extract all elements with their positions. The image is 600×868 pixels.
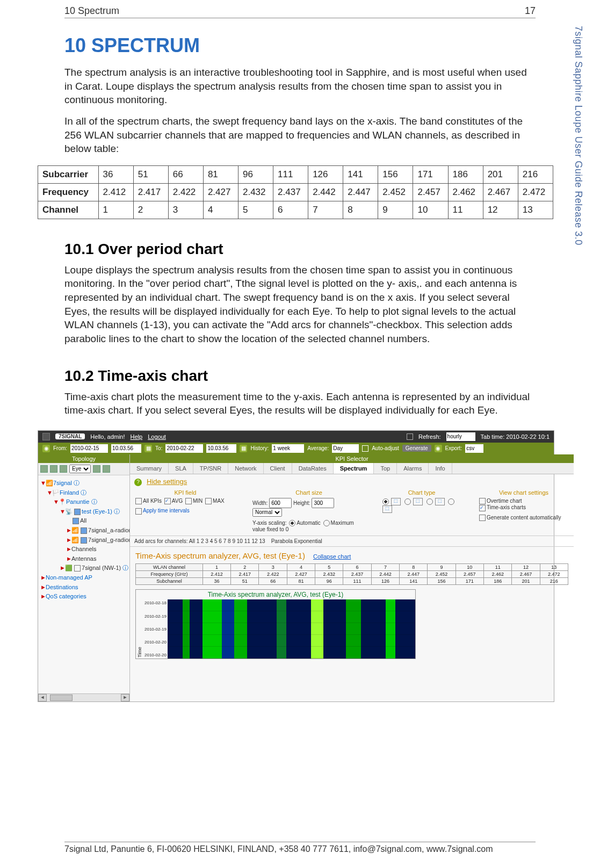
- header-page-number: 17: [525, 5, 536, 17]
- export-label: Export:: [445, 445, 462, 451]
- collapse-chart-link[interactable]: Collapse chart: [313, 553, 351, 560]
- from-date-input[interactable]: [70, 444, 108, 453]
- topology-header: Topology: [38, 454, 129, 463]
- hello-user: Hello, admin!: [90, 433, 125, 440]
- max-checkbox[interactable]: [205, 498, 212, 504]
- calendar-start-icon[interactable]: ◉: [42, 445, 50, 452]
- overtime-checkbox[interactable]: [479, 498, 486, 504]
- tab-tp-snr[interactable]: TP/SNR: [193, 463, 228, 474]
- timeaxis-checkbox[interactable]: [479, 505, 486, 511]
- hide-settings-link[interactable]: Hide settings: [147, 478, 187, 486]
- table-cell: 2.472: [518, 183, 553, 201]
- allkpis-checkbox[interactable]: [135, 498, 142, 504]
- yscale-fixed-radio[interactable]: [323, 520, 330, 526]
- topology-scrollbar[interactable]: ◄ ►: [38, 693, 129, 701]
- table-cell: 36: [98, 165, 133, 183]
- spectrum-plot: Time-Axis spectrum analyzer, AVG, test (…: [135, 589, 416, 659]
- table-cell: 4: [203, 201, 238, 219]
- mini-cell: 2.472: [540, 571, 568, 578]
- history-select[interactable]: [272, 444, 304, 453]
- logout-link[interactable]: Logout: [148, 433, 166, 440]
- help-link[interactable]: Help: [131, 433, 143, 440]
- avg-checkbox[interactable]: [164, 498, 171, 504]
- tab-top[interactable]: Top: [374, 463, 397, 474]
- help-icon[interactable]: ?: [134, 479, 142, 486]
- yscale-label: Y-axis scaling:: [252, 520, 287, 526]
- min-checkbox[interactable]: [185, 498, 192, 504]
- charttype-2-radio[interactable]: [404, 498, 411, 505]
- doc-sidebar-title: 7signal Sapphire Loupe User Guide Releas…: [573, 26, 584, 245]
- mini-cell: 2: [231, 564, 259, 571]
- from-time-input[interactable]: [111, 444, 141, 453]
- tab-sla[interactable]: SLA: [169, 463, 193, 474]
- tab-info[interactable]: Info: [429, 463, 452, 474]
- genauto-checkbox[interactable]: [479, 515, 486, 521]
- mini-cell: 186: [483, 578, 511, 585]
- refresh-select[interactable]: [446, 432, 475, 441]
- topology-toolbar: Eye: [38, 463, 129, 475]
- table-cell: 10: [413, 201, 448, 219]
- mini-cell: 12: [512, 564, 540, 571]
- to-date-input[interactable]: [165, 444, 203, 453]
- average-select[interactable]: [332, 444, 359, 453]
- mini-cell: 216: [540, 578, 568, 585]
- charttype-3-radio[interactable]: [426, 498, 433, 505]
- scroll-right-icon[interactable]: ►: [121, 694, 129, 701]
- yscale-auto-radio[interactable]: [289, 520, 295, 526]
- mini-cell: 2.457: [456, 571, 483, 578]
- mini-cell: 10: [456, 564, 483, 571]
- tree-refresh-icon[interactable]: [60, 465, 67, 473]
- refresh-checkbox[interactable]: [407, 433, 413, 440]
- mini-cell: 3: [259, 564, 287, 571]
- mini-cell: 2.412: [203, 571, 230, 578]
- table-cell: 7: [308, 201, 343, 219]
- page-footer: 7signal Ltd, Panuntie 6, FI-00620 HELSIN…: [64, 842, 536, 854]
- charttype-1-radio[interactable]: [382, 498, 389, 505]
- height-input[interactable]: [312, 498, 334, 508]
- table-cell: 5: [238, 201, 273, 219]
- chart-icon-2: ⬚: [413, 498, 423, 505]
- table-rowhead: Channel: [38, 201, 99, 219]
- mini-cell: 2.447: [400, 571, 428, 578]
- mini-cell: 2.432: [315, 571, 343, 578]
- section-10-2-heading: 10.2 Time-axis chart: [64, 367, 536, 385]
- scale-select[interactable]: Normal: [252, 508, 282, 517]
- calendar-icon[interactable]: ▦: [144, 445, 152, 452]
- tree-collapse-icon[interactable]: [50, 465, 57, 473]
- generate-button[interactable]: Generate: [402, 445, 431, 452]
- table-cell: 2.432: [238, 183, 273, 201]
- table-cell: 2.452: [378, 183, 413, 201]
- tree-expand-icon[interactable]: [40, 465, 48, 473]
- tab-spectrum[interactable]: Spectrum: [334, 463, 374, 474]
- autoadjust-checkbox[interactable]: [362, 445, 368, 452]
- scroll-left-icon[interactable]: ◄: [38, 694, 47, 701]
- tab-summary[interactable]: Summary: [130, 463, 169, 474]
- scroll-thumb[interactable]: [50, 695, 73, 701]
- export-icon[interactable]: ◉: [435, 445, 442, 452]
- topology-filter-select[interactable]: Eye: [69, 465, 91, 473]
- charttype-4-radio[interactable]: [448, 498, 454, 505]
- list-icon[interactable]: [93, 465, 100, 473]
- table-cell: 66: [168, 165, 203, 183]
- width-input[interactable]: [269, 498, 292, 508]
- header-left: 10 Spectrum: [64, 5, 119, 17]
- kpi-tabs: SummarySLATP/SNRNetworkClientDataRatesSp…: [130, 463, 574, 474]
- tab-alarms[interactable]: Alarms: [397, 463, 429, 474]
- history-label: History:: [250, 445, 269, 451]
- table-cell: 2.437: [273, 183, 308, 201]
- export-select[interactable]: [465, 444, 483, 453]
- to-time-input[interactable]: [206, 444, 236, 453]
- tab-network[interactable]: Network: [228, 463, 263, 474]
- table-cell: 156: [378, 165, 413, 183]
- calendar-end-icon[interactable]: ▦: [240, 445, 247, 452]
- app-topbar: 7SIGNAL Hello, admin! Help Logout Refres…: [38, 431, 554, 443]
- charttype-heading: Chart type: [381, 489, 462, 496]
- tab-datarates[interactable]: DataRates: [292, 463, 334, 474]
- running-header: 10 Spectrum 17: [64, 5, 536, 17]
- topology-tree[interactable]: ▼📶7signal ⓘ ▼🏳️Finland ⓘ ▼📍Panuntie ⓘ ▼📡…: [38, 475, 129, 693]
- table-cell: 13: [518, 201, 553, 219]
- tab-client[interactable]: Client: [264, 463, 292, 474]
- window-controls-icon[interactable]: [42, 433, 50, 440]
- apply-intervals-checkbox[interactable]: [135, 508, 142, 515]
- help-icon[interactable]: [103, 465, 110, 473]
